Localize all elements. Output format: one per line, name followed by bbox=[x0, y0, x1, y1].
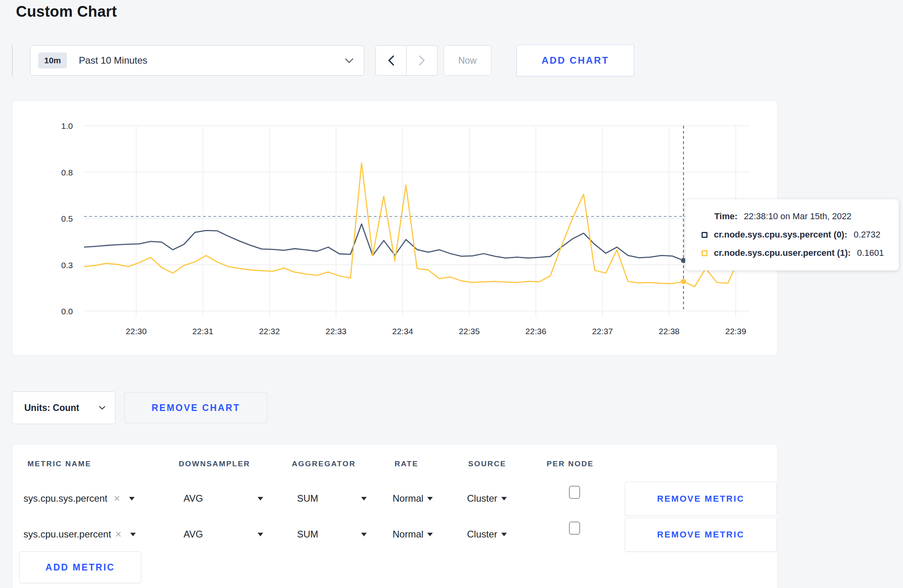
caret-down-icon bbox=[501, 533, 507, 536]
downsampler-value: AVG bbox=[184, 493, 258, 504]
chevron-right-icon bbox=[419, 55, 425, 66]
source-select[interactable]: Cluster bbox=[467, 525, 507, 544]
x-tick-label: 22:39 bbox=[725, 327, 747, 336]
col-header-rate: RATE bbox=[395, 459, 418, 468]
tooltip-time-label: Time: bbox=[714, 211, 737, 222]
y-tick-label: 0.5 bbox=[61, 214, 73, 223]
caret-down-icon bbox=[258, 533, 263, 536]
chevron-left-icon bbox=[388, 55, 394, 66]
remove-metric-button[interactable]: REMOVE METRIC bbox=[625, 482, 777, 516]
metric-name-value: sys.cpu.sys.percent bbox=[23, 493, 108, 504]
caret-down-icon bbox=[258, 497, 263, 500]
page-title: Custom Chart bbox=[16, 3, 117, 20]
rate-select[interactable]: Normal bbox=[393, 525, 433, 544]
rate-value: Normal bbox=[393, 493, 423, 504]
tooltip-time-row: Time: 22:38:10 on Mar 15th, 2022 bbox=[714, 211, 899, 222]
source-value: Cluster bbox=[467, 493, 497, 504]
units-label: Units: Count bbox=[24, 403, 99, 413]
toolbar-divider bbox=[12, 45, 13, 76]
x-tick-label: 22:32 bbox=[259, 327, 280, 336]
close-icon[interactable]: × bbox=[114, 493, 120, 504]
x-tick-label: 22:34 bbox=[392, 327, 413, 336]
time-pager bbox=[375, 45, 438, 76]
aggregator-value: SUM bbox=[297, 529, 361, 540]
x-tick-label: 22:37 bbox=[592, 327, 613, 336]
tooltip-series-row: cr.node.sys.cpu.sys.percent (0): 0.2732 bbox=[702, 230, 899, 240]
tooltip-series-row: cr.node.sys.cpu.user.percent (1): 0.1601 bbox=[702, 248, 899, 258]
col-header-aggregator: AGGREGATOR bbox=[292, 459, 356, 468]
chart-card: 22:3022:3122:3222:3322:3422:3522:3622:37… bbox=[12, 100, 778, 356]
tooltip-series-value: 0.2732 bbox=[854, 230, 880, 240]
caret-down-icon bbox=[361, 497, 367, 500]
x-tick-label: 22:33 bbox=[326, 327, 347, 336]
series-line bbox=[84, 163, 750, 286]
series-line bbox=[84, 224, 750, 261]
tooltip-series-value: 0.1601 bbox=[857, 248, 884, 258]
per-node-checkbox[interactable] bbox=[569, 522, 580, 535]
downsampler-select[interactable]: AVG bbox=[184, 525, 263, 544]
next-time-button[interactable] bbox=[407, 46, 437, 75]
aggregator-select[interactable]: SUM bbox=[297, 525, 367, 544]
downsampler-select[interactable]: AVG bbox=[184, 489, 263, 508]
rate-select[interactable]: Normal bbox=[393, 489, 433, 508]
series-swatch-icon bbox=[702, 232, 708, 238]
chart-hover-tooltip: Time: 22:38:10 on Mar 15th, 2022 cr.node… bbox=[685, 199, 899, 271]
aggregator-select[interactable]: SUM bbox=[297, 489, 367, 508]
source-value: Cluster bbox=[467, 529, 497, 540]
downsampler-value: AVG bbox=[184, 529, 258, 540]
x-tick-label: 22:38 bbox=[659, 327, 680, 336]
caret-down-icon bbox=[427, 497, 433, 500]
x-tick-label: 22:35 bbox=[459, 327, 480, 336]
cpu-usage-chart[interactable]: 22:3022:3122:3222:3322:3422:3522:3622:37… bbox=[12, 101, 778, 356]
caret-down-icon bbox=[129, 497, 135, 500]
now-button[interactable]: Now bbox=[444, 45, 491, 76]
x-tick-label: 22:31 bbox=[192, 327, 213, 336]
caret-down-icon bbox=[361, 533, 367, 536]
chevron-down-icon bbox=[345, 58, 354, 63]
caret-down-icon bbox=[427, 533, 433, 536]
crosshair-dot bbox=[681, 279, 686, 284]
chevron-down-icon bbox=[99, 406, 106, 410]
caret-down-icon bbox=[501, 497, 507, 500]
metric-name-select[interactable]: sys.cpu.sys.percent × bbox=[23, 489, 135, 508]
tooltip-series-name: cr.node.sys.cpu.user.percent (1): bbox=[714, 248, 851, 258]
remove-metric-button[interactable]: REMOVE METRIC bbox=[625, 518, 777, 552]
units-select[interactable]: Units: Count bbox=[12, 391, 115, 424]
tooltip-series-name: cr.node.sys.cpu.sys.percent (0): bbox=[714, 230, 847, 240]
aggregator-value: SUM bbox=[297, 493, 361, 504]
y-tick-label: 0.0 bbox=[61, 307, 73, 316]
time-range-label: Past 10 Minutes bbox=[79, 55, 345, 66]
per-node-checkbox[interactable] bbox=[569, 486, 580, 499]
rate-value: Normal bbox=[393, 529, 423, 540]
time-range-badge: 10m bbox=[38, 53, 67, 68]
source-select[interactable]: Cluster bbox=[467, 489, 507, 508]
y-tick-label: 0.3 bbox=[61, 261, 73, 270]
col-header-source: SOURCE bbox=[468, 459, 506, 468]
x-tick-label: 22:30 bbox=[126, 327, 147, 336]
metric-name-select[interactable]: sys.cpu.user.percent × bbox=[23, 525, 136, 544]
y-tick-label: 1.0 bbox=[61, 121, 73, 130]
metric-name-value: sys.cpu.user.percent bbox=[23, 529, 111, 540]
prev-time-button[interactable] bbox=[376, 46, 407, 75]
y-tick-label: 0.8 bbox=[61, 168, 73, 177]
x-tick-label: 22:36 bbox=[526, 327, 547, 336]
col-header-metric-name: METRIC NAME bbox=[27, 459, 91, 468]
close-icon[interactable]: × bbox=[115, 529, 121, 540]
remove-chart-button[interactable]: REMOVE CHART bbox=[124, 392, 268, 423]
tooltip-time-value: 22:38:10 on Mar 15th, 2022 bbox=[744, 211, 851, 222]
caret-down-icon bbox=[130, 533, 136, 536]
col-header-downsampler: DOWNSAMPLER bbox=[179, 459, 250, 468]
time-range-select[interactable]: 10m Past 10 Minutes bbox=[30, 45, 364, 76]
add-metric-button[interactable]: ADD METRIC bbox=[19, 551, 141, 583]
add-chart-button[interactable]: ADD CHART bbox=[516, 45, 634, 76]
col-header-per-node: PER NODE bbox=[547, 459, 594, 468]
series-swatch-icon bbox=[702, 250, 708, 256]
